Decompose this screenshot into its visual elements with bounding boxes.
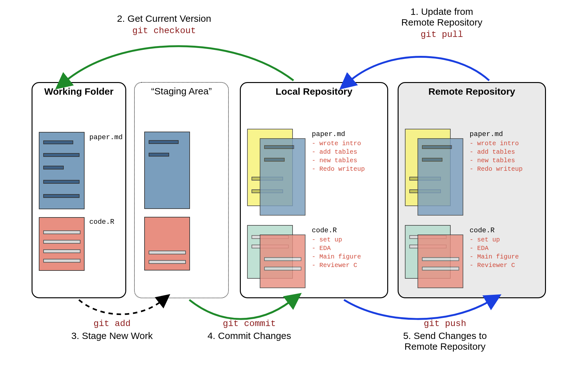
doc-remote-code-front: [418, 235, 463, 288]
changes-code-remote: - set up - EDA - Main figure - Reviewer …: [470, 235, 519, 270]
panel-working-title: Working Folder: [33, 83, 125, 97]
panel-staging-title: “Staging Area”: [135, 83, 228, 97]
doc-local-code-front: [260, 235, 305, 288]
panel-local: Local Repository paper.md - wrote intro …: [240, 82, 388, 298]
file-label-paper-local: paper.md: [312, 130, 345, 138]
doc-working-paper: [39, 132, 85, 209]
step-5-label: git push 5. Send Changes to Remote Repos…: [379, 319, 511, 352]
file-label-code: code.R: [89, 218, 114, 226]
step-1-title: 1. Update from Remote Repository: [369, 6, 514, 28]
step-2-label: 2. Get Current Version git checkout: [92, 13, 237, 36]
file-label-paper-remote: paper.md: [470, 130, 503, 138]
arrow-checkout: [66, 46, 293, 80]
file-label-code-local: code.R: [312, 227, 337, 235]
step-2-cmd: git checkout: [92, 26, 237, 36]
arrow-commit: [189, 300, 290, 319]
step-5-title: 5. Send Changes to Remote Repository: [379, 330, 511, 352]
step-2-title: 2. Get Current Version: [92, 13, 237, 24]
panel-local-title: Local Repository: [241, 83, 387, 97]
step-1-cmd: git pull: [369, 30, 514, 39]
step-4-title: 4. Commit Changes: [189, 330, 309, 341]
doc-remote-paper-front: [418, 138, 463, 216]
doc-working-code: [39, 217, 85, 271]
panel-staging: “Staging Area”: [134, 82, 229, 298]
step-5-cmd: git push: [379, 319, 511, 329]
step-1-label: 1. Update from Remote Repository git pul…: [369, 6, 514, 39]
doc-local-paper-front: [260, 138, 305, 216]
arrow-add: [79, 300, 161, 314]
arrow-pull: [350, 57, 489, 80]
panel-working: Working Folder paper.md code.R: [32, 82, 126, 298]
file-label-paper: paper.md: [89, 134, 123, 141]
step-3-title: 3. Stage New Work: [55, 330, 169, 341]
changes-paper-remote: - wrote intro - add tables - new tables …: [470, 139, 523, 173]
step-3-label: git add 3. Stage New Work: [55, 319, 169, 341]
panel-remote: Remote Repository paper.md - wrote intro…: [398, 82, 546, 298]
step-4-label: git commit 4. Commit Changes: [189, 319, 309, 341]
changes-code-local: - set up - EDA - Main figure - Reviewer …: [312, 235, 361, 270]
step-4-cmd: git commit: [189, 319, 309, 329]
file-label-code-remote: code.R: [470, 227, 495, 235]
arrow-push: [344, 300, 489, 319]
doc-staging-paper: [144, 132, 190, 209]
step-3-cmd: git add: [55, 319, 169, 329]
doc-staging-code: [144, 217, 190, 270]
panel-remote-title: Remote Repository: [399, 83, 545, 97]
changes-paper-local: - wrote intro - add tables - new tables …: [312, 139, 365, 173]
